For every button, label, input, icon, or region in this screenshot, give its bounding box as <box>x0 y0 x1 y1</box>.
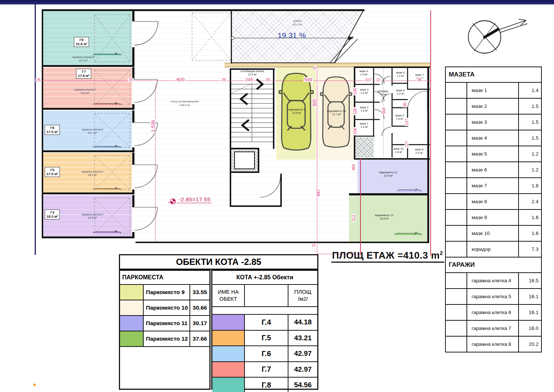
mazeta-title: МАЗЕТА <box>446 67 541 83</box>
color-swatch <box>212 346 245 361</box>
table-row: мазе 71.8 <box>446 178 541 194</box>
wall-g8-g7 <box>42 65 134 67</box>
rooms-inner-wall <box>354 84 380 85</box>
stair-room-right <box>280 174 282 207</box>
wall-stub <box>132 195 134 207</box>
table-row: Паркомясто 1237.66 <box>120 331 209 347</box>
table-row: Г.642.97 <box>212 346 317 362</box>
table-row: мазе 31.5 <box>446 115 541 130</box>
dim-127-a: 127 <box>405 118 409 126</box>
table-row: мазе 82.4 <box>446 194 541 210</box>
table-row: мазе 41.5 <box>446 130 541 146</box>
color-swatch <box>120 300 144 315</box>
dim-500: 500 <box>312 98 317 107</box>
dim-127-b: 127 <box>405 140 409 148</box>
dim-600: 600 <box>176 77 185 82</box>
color-swatch <box>212 362 245 377</box>
table-row: коридор7.3 <box>446 242 541 258</box>
dim-90: 90 <box>403 102 407 108</box>
dim-25-left: 25 <box>35 78 41 82</box>
dim-245: 245 <box>244 77 254 82</box>
parkomesta-title: ПАРКОМЕСТА <box>120 271 209 285</box>
garage-tag-5: Г517.5 м² <box>45 167 60 177</box>
mazeta-table: МАЗЕТА мазе 11.4 мазе 21.5 мазе 31.5 маз… <box>445 67 542 352</box>
rooms-inner-wall <box>391 99 408 100</box>
parking-label-12: паркомясто 1215.8 м² <box>367 214 401 220</box>
dim-106-b: 106 <box>353 107 357 115</box>
color-swatch <box>120 316 144 331</box>
parking-label-9: паркомясто 913.9 м² <box>281 108 312 115</box>
kota-table: КОТА +-2.85 Обекти ИМЕ НА ОБЕКТ ПЛОЩ/м2/… <box>211 270 318 390</box>
garage-cell-label-7: гаражна клетка 716.0 м² <box>65 88 105 95</box>
wall-garage-bottom <box>42 236 134 238</box>
table-row: мазе 11.4 <box>446 83 541 99</box>
rooms-inner-wall <box>354 119 380 120</box>
table-row: мазе 51.2 <box>446 146 541 162</box>
parkomesta-table: ПАРКОМЕСТА Паркомясто 933.55 Паркомясто … <box>119 270 211 390</box>
room-label-maze8: мазе 82.4 м² <box>411 148 428 154</box>
floor-plan-sheet: Г822.6 м² Г717.8 м² Г617.5 м² Г517.5 м² … <box>0 0 554 392</box>
wall-stub <box>132 104 134 110</box>
table-row: Паркомясто 933.55 <box>120 285 209 300</box>
garage-tag-4: Г418.3 м² <box>45 209 60 219</box>
table-row: Г.543.21 <box>212 331 317 347</box>
dim-12: 12 <box>375 78 381 82</box>
room-label-maze4: мазе 41.5 м² <box>355 69 372 76</box>
wall-stub <box>132 232 134 238</box>
room-label-maze5: мазе 51.2 м² <box>393 71 408 78</box>
floor-area-sup: 2 <box>440 250 443 256</box>
ramp-bottom-line <box>231 62 335 63</box>
rooms-inner-wall <box>391 93 393 126</box>
kota-spacer-row <box>212 307 317 315</box>
wall-stub <box>132 47 134 67</box>
dim-106-a: 106 <box>353 87 357 95</box>
kota-area-header: ПЛОЩ/м2/ <box>288 285 317 306</box>
garage-tag-7: Г717.8 м² <box>76 69 91 79</box>
wall-g7-g6 <box>42 108 134 110</box>
dim-667: 667 <box>316 188 321 197</box>
ramp-slope-label: 19.31 % <box>259 31 325 40</box>
garage-tag-8: Г822.6 м² <box>74 37 89 47</box>
room-label-koridor: коридор7.3 м² <box>375 89 391 96</box>
rooms-inner-wall <box>407 89 430 90</box>
parking-divider-wall <box>349 193 428 195</box>
room-label-maze6: мазе 61.2 м² <box>393 89 408 95</box>
room-label-maze2: мазе 21.5 м² <box>357 106 372 112</box>
table-row: гаражна клетка 616.1 <box>446 305 541 321</box>
dim-568: 568 <box>382 107 386 115</box>
color-swatch <box>212 315 245 330</box>
parking-label-10: паркомясто 1012.7 м² <box>321 109 352 116</box>
dim-35: 35 <box>313 66 317 71</box>
table-row: Паркомясто 1130.17 <box>120 316 209 331</box>
wall-stub <box>132 110 134 123</box>
dim-96: 96 <box>417 78 423 82</box>
dim-line-500-667 <box>317 67 317 254</box>
rooms-inner-wall <box>391 83 408 84</box>
dim-20: 20 <box>265 78 271 82</box>
elevator-shaft <box>230 148 259 173</box>
dim-106-c: 106 <box>353 127 357 135</box>
table-row: гаражна клетка 516.1 <box>446 289 541 305</box>
garage-cell-label-5: гаражна клетка 516.1 м² <box>72 170 113 177</box>
table-row: гаражна клетка 820.2 <box>446 337 541 352</box>
rooms-inner-wall <box>354 102 380 103</box>
floor-bottom-wall <box>136 242 429 243</box>
garage-cell-label-6: гаражна клетка 616.1 м² <box>72 128 113 135</box>
dim-line-1539 <box>155 83 155 241</box>
ramp-label: рампа45.0 м² <box>281 19 314 27</box>
garage-tag-6: Г617.5 м² <box>45 125 60 135</box>
dim-360: 360 <box>352 163 356 171</box>
room-label-maze3: мазе 31.5 м² <box>357 88 372 95</box>
dim-312: 312 <box>352 214 356 222</box>
stair-left-wall <box>230 68 231 207</box>
garage-cell-label-4: гаражна клетка 416.5 м² <box>72 213 113 220</box>
color-swatch <box>212 331 245 346</box>
wall-top <box>42 9 365 11</box>
table-row: Г.742.97 <box>212 362 317 378</box>
wall-stub <box>132 190 134 194</box>
dim-25-c: 25 <box>311 244 316 247</box>
kota-header-row: ИМЕ НА ОБЕКТ ПЛОЩ/м2/ <box>212 285 317 307</box>
boundary-line-right <box>430 10 431 256</box>
scan-top-border <box>0 0 554 4</box>
color-swatch <box>120 331 144 346</box>
